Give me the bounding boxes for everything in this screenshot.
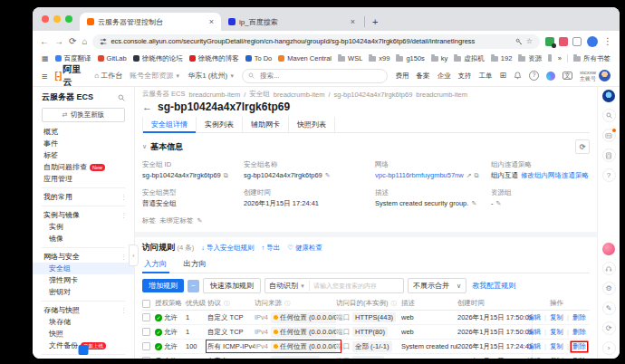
copy-icon[interactable]: ⧉ xyxy=(475,172,479,179)
breadcrumb-item[interactable]: 云服务器 ECS xyxy=(142,90,186,99)
merge-filter-select[interactable]: 不展示合并∨ xyxy=(408,278,466,293)
sidebar-item-6[interactable]: 我的常用⋮ xyxy=(33,191,134,203)
info-icon[interactable]: ⓘ xyxy=(284,300,291,308)
copy-link[interactable]: 复制 xyxy=(549,342,564,351)
detail-tab-2[interactable]: 辅助网卡 xyxy=(243,117,289,132)
sidebar-item-4[interactable]: 应用管理 xyxy=(33,173,134,185)
close-window-button[interactable] xyxy=(42,15,49,23)
notifications-bell-icon[interactable] xyxy=(514,72,522,80)
quick-add-rule-button[interactable]: 快速添加规则 xyxy=(203,278,261,293)
edit-link[interactable]: 编辑 xyxy=(526,342,542,351)
browser-tab-console[interactable]: 云服务器管理控制台 × xyxy=(80,13,221,31)
edit-link[interactable]: 编辑 xyxy=(526,357,542,359)
sidebar-bottom-icon[interactable] xyxy=(79,345,89,355)
topnav-link-0[interactable]: 费用 xyxy=(395,72,409,81)
minimize-window-button[interactable] xyxy=(53,15,61,23)
topnav-link-3[interactable]: 支持 xyxy=(457,72,471,81)
edit-link[interactable]: 编辑 xyxy=(526,328,542,337)
sidebar-item-0[interactable]: 概览 xyxy=(33,126,134,138)
calculator-icon[interactable] xyxy=(602,148,616,162)
row-checkbox[interactable] xyxy=(142,357,150,359)
more-icon[interactable]: ⋮ xyxy=(120,212,127,219)
import-rules-link[interactable]: ↓导入安全组规则 xyxy=(201,244,254,253)
apps-grid-icon[interactable]: ⊞ xyxy=(499,72,506,80)
topnav-link-2[interactable]: 企业 xyxy=(437,72,450,81)
search-mode-select[interactable]: 自动识别▼ xyxy=(265,281,310,291)
bookmarks-overflow-icon[interactable]: » xyxy=(558,54,562,62)
copy-link[interactable]: 复制 xyxy=(549,313,564,322)
search-icon[interactable] xyxy=(602,109,616,122)
bookmark-item[interactable]: GitLab xyxy=(98,54,127,62)
configure-help-link[interactable]: 教我配置规则 xyxy=(472,281,515,291)
sidebar-item-17[interactable]: 存储与快照⋮ xyxy=(33,304,134,316)
row-checkbox[interactable] xyxy=(142,328,150,336)
bookmark-item[interactable]: x99 xyxy=(369,54,389,62)
promotion-icon[interactable] xyxy=(602,243,615,255)
sidebar-item-8[interactable]: 实例与镜像⋮ xyxy=(33,209,134,221)
edit-icon[interactable]: ✎ xyxy=(496,200,502,207)
sidebar-item-12[interactable]: 网络与安全⋮ xyxy=(33,251,134,263)
basic-info-action-button[interactable]: ⟳ xyxy=(575,139,590,154)
copy-icon[interactable]: ⧉ xyxy=(224,172,228,179)
external-icon[interactable]: ↗ xyxy=(466,172,472,179)
edit-link[interactable]: 编辑 xyxy=(526,313,542,322)
key-icon[interactable] xyxy=(515,38,523,45)
info-icon[interactable]: ⓘ xyxy=(391,300,398,308)
settings-gear-icon[interactable]: ⚙ xyxy=(602,282,616,295)
close-tab-icon[interactable]: × xyxy=(209,17,214,26)
bookmark-item[interactable]: Maven Central xyxy=(278,54,332,62)
user-account[interactable]: xtcxxw主账号 xyxy=(580,70,611,82)
sidebar-item-15[interactable]: 密钥对 xyxy=(33,286,134,298)
assistant-avatar-icon[interactable] xyxy=(602,90,615,102)
zoom-window-button[interactable] xyxy=(65,15,72,23)
bookmark-item[interactable]: 百度翻译 xyxy=(55,54,91,63)
extensions-puzzle-icon[interactable] xyxy=(572,37,582,46)
bookmark-item[interactable]: 资源 xyxy=(518,54,542,63)
bookmark-item[interactable]: To Do xyxy=(245,54,273,62)
back-icon[interactable]: ← xyxy=(40,37,49,46)
help-circle-icon[interactable]: ? xyxy=(602,168,616,182)
browser-profile-avatar[interactable] xyxy=(587,36,598,47)
headset-support-icon[interactable] xyxy=(602,262,616,275)
remove-rule-button[interactable]: − xyxy=(188,280,199,292)
reading-list-icon[interactable]: ▦ xyxy=(42,55,49,62)
close-tab-icon[interactable]: × xyxy=(351,17,355,26)
home-icon[interactable]: ⌂ xyxy=(82,37,87,46)
delete-link[interactable]: 删除 xyxy=(572,313,587,322)
forward-icon[interactable]: → xyxy=(54,37,63,46)
sidebar-collapse-handle[interactable]: ‹ xyxy=(129,244,139,266)
more-icon[interactable]: ⋮ xyxy=(120,194,127,201)
topnav-link-1[interactable]: 备案 xyxy=(416,72,429,81)
account-scope-select[interactable]: 账号全部资源▼ xyxy=(130,71,180,81)
more-icon[interactable]: ⋮ xyxy=(120,254,127,261)
collapse-rail-icon[interactable]: › xyxy=(602,341,616,355)
sidebar-item-14[interactable]: 弹性网卡 xyxy=(33,274,134,286)
direction-tab-0[interactable]: 入方向 xyxy=(142,257,169,273)
detail-tab-3[interactable]: 快照列表 xyxy=(289,117,335,132)
rule-search-input[interactable] xyxy=(310,283,403,289)
detail-tab-0[interactable]: 安全组详情 xyxy=(142,117,197,132)
bookmark-item[interactable]: g150s xyxy=(396,54,424,62)
refresh-icon[interactable]: ⟳ xyxy=(602,321,616,335)
export-link[interactable]: ↑导出 xyxy=(262,244,281,253)
sidebar-item-3[interactable]: 自助问题排查New xyxy=(33,161,134,173)
more-icon[interactable]: ⋮ xyxy=(120,307,127,314)
extension-icon[interactable] xyxy=(545,37,554,46)
language-icon[interactable]: 文 xyxy=(562,72,572,80)
console-search[interactable] xyxy=(242,69,388,83)
copilot-icon[interactable] xyxy=(546,72,555,81)
back-arrow-icon[interactable]: ← xyxy=(142,101,152,112)
help-icon[interactable]: ? xyxy=(529,71,539,81)
delete-link[interactable]: 删除 xyxy=(572,328,587,337)
bookmark-item[interactable]: 徐晓伟的论坛 xyxy=(133,54,183,63)
extension-icon[interactable] xyxy=(559,37,568,46)
browser-tab-baidu[interactable]: ip_百度搜索 × xyxy=(221,13,362,31)
detail-tab-1[interactable]: 实例列表 xyxy=(197,117,243,132)
field-value-link[interactable]: vpc-bp1116rbmfuygmbu57nw xyxy=(375,171,464,179)
sidebar-item-9[interactable]: 实例 xyxy=(33,221,134,233)
region-select[interactable]: 华东1 (杭州)▼ xyxy=(188,71,235,81)
feedback-pencil-icon[interactable]: ✎ xyxy=(602,302,616,315)
aliyun-logo[interactable]: [-]阿里云 xyxy=(54,63,87,89)
field-action-link[interactable]: 修改组内网络连通策略 xyxy=(521,171,589,180)
direction-tab-1[interactable]: 出方向 xyxy=(182,257,209,273)
